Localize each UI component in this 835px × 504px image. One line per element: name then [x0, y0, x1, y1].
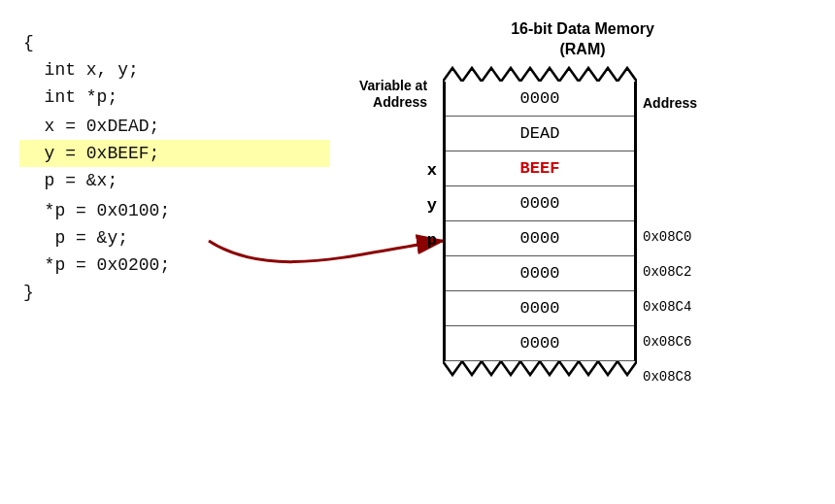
code-line-1: int x, y; — [19, 56, 330, 84]
ram-body: 0000DEADBEEF00000000000000000000 — [443, 82, 637, 361]
var-label-1: x — [427, 153, 437, 188]
ram-row-2: BEEF — [446, 151, 634, 186]
ram-row-3: 0000 — [446, 186, 634, 221]
var-label-4: x — [427, 258, 437, 293]
var-col-header: Variable atAddress — [359, 64, 437, 115]
var-label-5: x — [427, 293, 437, 328]
code-panel: { int x, y; int *p; x = 0xDEAD; y = 0xBE… — [19, 29, 330, 306]
code-line-10: *p = 0x0200; — [19, 252, 330, 279]
addr-label-1: 0x0000 — [643, 150, 697, 185]
code-line-11: } — [19, 279, 330, 306]
var-label-3: p — [427, 223, 437, 258]
code-line-9: p = &y; — [19, 224, 330, 252]
addr-label-7: 0x08C8 — [643, 359, 697, 394]
addr-label-0: 0x0000 — [643, 115, 697, 150]
zigzag-bottom — [443, 361, 637, 379]
var-labels-col: xxypxxxx — [427, 118, 437, 398]
code-line-5: y = 0xBEEF; — [19, 140, 330, 167]
zigzag-top — [443, 64, 637, 82]
ram-row-5: 0000 — [446, 256, 634, 291]
ram-container: 0000DEADBEEF00000000000000000000 — [443, 64, 637, 379]
var-label-2: y — [427, 188, 437, 223]
addr-col-header: Address — [643, 64, 697, 115]
ram-row-7: 0000 — [446, 326, 634, 361]
code-line-4: x = 0xDEAD; — [19, 113, 330, 140]
var-label-0: x — [427, 118, 437, 153]
ram-row-4: 0000 — [446, 221, 634, 256]
memory-title: 16-bit Data Memory (RAM) — [359, 19, 806, 60]
code-line-8: *p = 0x0100; — [19, 197, 330, 224]
code-line-6: p = &x; — [19, 167, 330, 194]
code-line-0: { — [19, 29, 330, 56]
ram-row-1: DEAD — [446, 117, 634, 151]
ram-row-0: 0000 — [446, 82, 634, 117]
addr-label-2: 0x0000 — [643, 185, 697, 219]
memory-section: 16-bit Data Memory (RAM) Variable atAddr… — [359, 19, 806, 398]
addr-label-5: 0x08C4 — [643, 289, 697, 324]
addr-label-3: 0x08C0 — [643, 219, 697, 254]
addr-labels-col: 0x00000x00000x00000x08C00x08C20x08C40x08… — [643, 115, 697, 394]
var-label-6: x — [427, 328, 437, 363]
addr-label-4: 0x08C2 — [643, 254, 697, 289]
var-label-7: x — [427, 363, 437, 398]
ram-row-6: 0000 — [446, 291, 634, 326]
code-line-2: int *p; — [19, 84, 330, 111]
addr-label-6: 0x08C6 — [643, 324, 697, 359]
